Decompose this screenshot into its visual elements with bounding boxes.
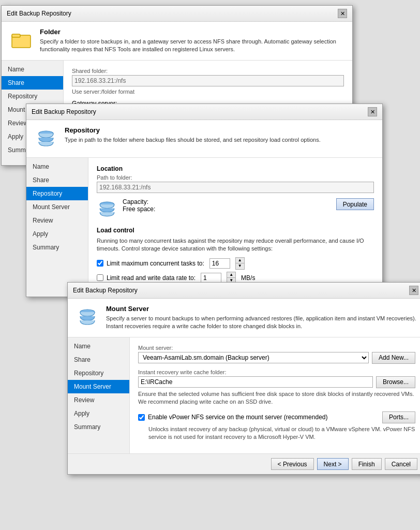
limit-rate-checkbox[interactable] <box>97 274 103 281</box>
next-button[interactable]: Next > <box>317 458 349 470</box>
dialog2-nav-share[interactable]: Share <box>26 173 88 187</box>
dialog1-header-title: Folder <box>40 28 345 36</box>
dialog2-nav-review[interactable]: Review <box>26 214 88 227</box>
dialog3-nav-apply[interactable]: Apply <box>68 407 129 420</box>
dialog2-nav: Name Share Repository Mount Server Revie… <box>26 158 88 297</box>
dialog2-titlebar: Edit Backup Repository ✕ <box>26 104 382 120</box>
dialog2-header-title: Repository <box>65 126 321 134</box>
write-cache-input[interactable] <box>138 376 373 388</box>
shared-folder-hint: Use server:/folder format <box>72 89 344 95</box>
dialog1-header-desc: Specify a folder to store backups in, an… <box>40 38 345 54</box>
dialog2-nav-apply[interactable]: Apply <box>26 227 88 241</box>
cancel-button[interactable]: Cancel <box>385 458 417 470</box>
dialog3-close-button[interactable]: ✕ <box>409 286 418 295</box>
vpower-checkbox[interactable] <box>138 414 145 421</box>
limit-rate-input[interactable] <box>201 273 221 283</box>
write-cache-group: Instant recovery write cache folder: Bro… <box>138 369 415 406</box>
free-space-label: Free space: <box>123 205 331 213</box>
write-cache-folder-row: Browse... <box>138 376 415 388</box>
mb-label: MB/s <box>241 274 255 282</box>
load-control-text: Running too many concurrent tasks agains… <box>97 237 374 253</box>
limit-tasks-label: Limit maximum concurrent tasks to: <box>107 260 204 267</box>
limit-tasks-checkbox[interactable] <box>97 260 103 267</box>
rate-spinner-up[interactable]: ▲ <box>227 272 235 278</box>
mount-server-select-row: Veeam-AsamiLab.sm.domain (Backup server)… <box>138 352 415 364</box>
dialog2-header-text: Repository Type in path to the folder wh… <box>65 126 321 144</box>
dialog2-close-button[interactable]: ✕ <box>368 107 377 116</box>
dialog3-database-icon <box>75 305 100 330</box>
finish-button[interactable]: Finish <box>352 458 382 470</box>
dialog2-header: Repository Type in path to the folder wh… <box>26 120 382 158</box>
ports-button[interactable]: Ports... <box>382 411 415 423</box>
populate-row: Capacity: Free space: Populate <box>97 198 374 222</box>
limit-tasks-row: Limit maximum concurrent tasks to: ▲ ▼ <box>97 257 374 270</box>
folder-icon <box>9 28 34 53</box>
dialog1-nav-repository[interactable]: Repository <box>2 90 63 103</box>
limit-rate-label: Limit read and write data rate to: <box>107 274 196 282</box>
shared-folder-group: Shared folder: Use server:/folder format <box>72 68 344 95</box>
shared-folder-input[interactable] <box>72 75 344 86</box>
browse-button[interactable]: Browse... <box>376 376 415 388</box>
dialog3-content: Name Share Repository Mount Server Revie… <box>68 337 420 454</box>
dialog-mount-server: Edit Backup Repository ✕ Mount Server Sp… <box>67 282 420 475</box>
limit-tasks-input[interactable] <box>209 258 230 269</box>
dialog1-nav-name[interactable]: Name <box>2 63 63 76</box>
dialog2-database-icon <box>34 126 58 151</box>
dialog3-header-title: Mount Server <box>106 305 416 313</box>
path-input[interactable] <box>97 182 374 193</box>
dialog3-nav-summary[interactable]: Summary <box>68 420 129 434</box>
spinner-up[interactable]: ▲ <box>236 258 244 263</box>
dialog2-header-desc: Type in path to the folder where backup … <box>65 136 321 144</box>
dialog3-titlebar: Edit Backup Repository ✕ <box>68 283 420 299</box>
dialog3-nav-mount-server[interactable]: Mount Server <box>68 380 129 393</box>
dialog3-nav-share[interactable]: Share <box>68 353 129 366</box>
mount-server-select[interactable]: Veeam-AsamiLab.sm.domain (Backup server) <box>138 352 369 363</box>
dialog3-footer: < Previous Next > Finish Cancel <box>68 453 420 474</box>
dialog3-header-desc: Specify a server to mount backups to whe… <box>106 315 416 331</box>
mount-server-label: Mount server: <box>138 345 415 351</box>
vpower-group: Enable vPower NFS service on the mount s… <box>138 411 415 441</box>
dialog1-header: Folder Specify a folder to store backups… <box>2 22 352 61</box>
dialog3-nav-review[interactable]: Review <box>68 393 129 407</box>
dialog3-title: Edit Backup Repository <box>73 287 138 294</box>
svg-rect-1 <box>12 34 20 37</box>
vpower-note: Unlocks instant recovery of any backup (… <box>148 425 415 441</box>
dialog2-nav-repository[interactable]: Repository <box>26 187 88 200</box>
write-cache-note: Ensure that the selected volume has suff… <box>138 390 415 406</box>
spinner-down[interactable]: ▼ <box>236 263 244 269</box>
populate-db-icon <box>97 198 117 222</box>
dialog-repository: Edit Backup Repository ✕ Repository Type… <box>26 104 383 297</box>
add-new-button[interactable]: Add New... <box>372 352 415 364</box>
location-title: Location <box>97 165 374 172</box>
write-cache-label: Instant recovery write cache folder: <box>138 369 415 375</box>
dialog2-right-panel: Location Path to folder: Capacity: Free … <box>88 158 382 297</box>
dialog1-nav-share[interactable]: Share <box>2 76 63 90</box>
dialog1-close-button[interactable]: ✕ <box>338 9 347 18</box>
shared-folder-label: Shared folder: <box>72 68 344 74</box>
vpower-checkbox-row: Enable vPower NFS service on the mount s… <box>138 411 415 423</box>
location-group: Location Path to folder: <box>97 165 374 193</box>
dialog1-header-text: Folder Specify a folder to store backups… <box>40 28 345 54</box>
dialog3-right-panel: Mount server: Veeam-AsamiLab.sm.domain (… <box>130 337 420 454</box>
path-label: Path to folder: <box>97 174 374 181</box>
dialog2-nav-mount-server[interactable]: Mount Server <box>26 200 88 214</box>
capacity-info: Capacity: Free space: <box>123 198 331 213</box>
dialog2-content: Name Share Repository Mount Server Revie… <box>26 158 382 297</box>
limit-tasks-spinner: ▲ ▼ <box>235 257 245 270</box>
dialog2-title: Edit Backup Repository <box>32 108 96 115</box>
dialog3-nav-repository[interactable]: Repository <box>68 366 129 380</box>
dialog3-header-text: Mount Server Specify a server to mount b… <box>106 305 416 331</box>
dialog3-header: Mount Server Specify a server to mount b… <box>68 299 420 337</box>
load-control-title: Load control <box>97 227 374 234</box>
dialog3-nav-name[interactable]: Name <box>68 340 129 353</box>
dialog1-titlebar: Edit Backup Repository ✕ <box>2 6 352 22</box>
mount-server-group: Mount server: Veeam-AsamiLab.sm.domain (… <box>138 345 415 364</box>
dialog2-nav-name[interactable]: Name <box>26 160 88 173</box>
populate-button[interactable]: Populate <box>336 198 374 210</box>
dialog3-nav: Name Share Repository Mount Server Revie… <box>68 337 130 454</box>
dialog1-title: Edit Backup Repository <box>7 10 71 17</box>
previous-button[interactable]: < Previous <box>271 458 314 470</box>
capacity-label: Capacity: <box>123 198 331 205</box>
dialog2-nav-summary[interactable]: Summary <box>26 241 88 254</box>
vpower-label: Enable vPower NFS service on the mount s… <box>148 414 327 421</box>
